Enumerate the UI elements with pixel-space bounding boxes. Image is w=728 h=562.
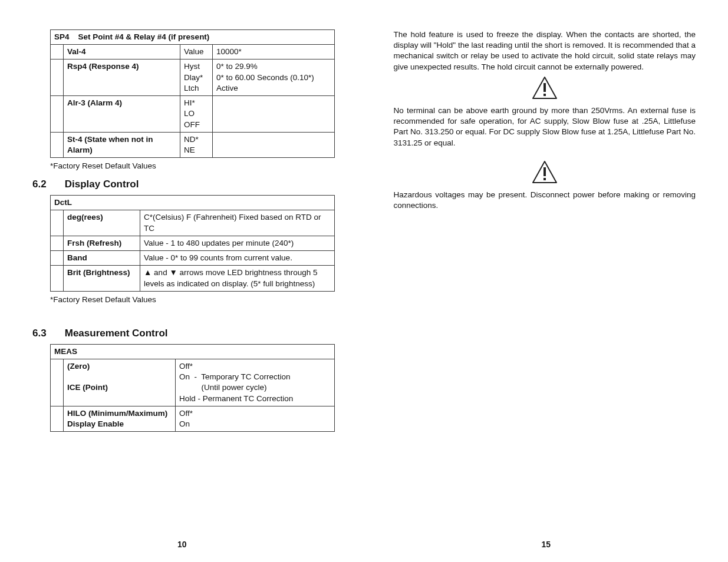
dctl-r2-val: Value - 1 to 480 updates per minute (240… (140, 236, 335, 250)
dctl-header: DctL (51, 196, 335, 210)
page-15: The hold feature is used to freeze the d… (364, 0, 729, 562)
svg-rect-4 (543, 167, 546, 176)
warning-icon (532, 76, 558, 100)
note-defaults-2: *Factory Reset Default Values (50, 295, 335, 304)
page-spread: SP4 Set Point #4 & Relay #4 (if present)… (0, 0, 728, 562)
meas-r1-label: (Zero) ICE (Point) (64, 359, 176, 406)
meas-header: MEAS (51, 344, 335, 359)
sp4-r3-val (213, 96, 335, 133)
sp4-r3-mid: HI* LO OFF (180, 96, 213, 133)
indent-cell (51, 359, 64, 406)
note-defaults-1: *Factory Reset Default Values (50, 161, 335, 170)
sp4-r4-label: St-4 (State when not in Alarm) (64, 132, 180, 157)
indent-cell (51, 45, 64, 59)
page-number: 15 (541, 540, 551, 549)
dctl-r2-label: Frsh (Refresh) (64, 236, 140, 250)
dctl-r3-label: Band (64, 251, 140, 266)
sec-title: Measurement Control (65, 328, 168, 339)
table-dctl: DctL deg(rees) C*(Celsius) F (Fahrenheit… (50, 195, 335, 292)
sp4-header: SP4 Set Point #4 & Relay #4 (if present) (51, 30, 335, 45)
dctl-r3-val: Value - 0* to 99 counts from current val… (140, 251, 335, 266)
terminal-fuse-text: No terminal can be above earth ground by… (394, 105, 696, 148)
indent-cell (51, 132, 64, 157)
section-6-2-heading: 6.2 Display Control (32, 178, 335, 190)
dctl-r4-label: Brit (Brightness) (64, 266, 140, 291)
sp4-code: SP4 (54, 32, 70, 41)
indent-cell (51, 266, 64, 291)
section-6-3-heading: 6.3 Measurement Control (32, 328, 335, 339)
indent-cell (51, 251, 64, 266)
sp4-r1-val: 10000* (213, 45, 335, 59)
indent-cell (51, 236, 64, 250)
sp4-r1-mid: Value (180, 45, 213, 59)
table-meas: MEAS (Zero) ICE (Point) Off* On - Tempor… (50, 344, 335, 432)
dctl-r4-val: ▲ and ▼ arrows move LED brightness throu… (140, 266, 335, 291)
sp4-r1-label: Val-4 (64, 45, 180, 59)
sec-num: 6.2 (32, 178, 62, 190)
page-number: 10 (177, 540, 187, 549)
sp4-r3-label: Alr-3 (Alarm 4) (64, 96, 180, 133)
indent-cell (51, 59, 64, 96)
dctl-r1-val: C*(Celsius) F (Fahrenheit) Fixed based o… (140, 210, 335, 236)
svg-rect-5 (543, 178, 546, 180)
hazardous-voltage-text: Hazardous voltages may be present. Disco… (394, 190, 696, 211)
table-sp4: SP4 Set Point #4 & Relay #4 (if present)… (50, 29, 335, 158)
indent-cell (51, 406, 64, 431)
indent-cell (51, 96, 64, 133)
meas-r1-val: Off* On - Temporary TC Correction (Until… (176, 359, 335, 406)
svg-rect-2 (543, 94, 546, 96)
sec-title: Display Control (65, 178, 139, 190)
svg-rect-1 (543, 83, 546, 92)
hold-feature-text: The hold feature is used to freeze the d… (394, 29, 696, 72)
sp4-title: Set Point #4 & Relay #4 (if present) (78, 32, 210, 41)
sp4-r4-val (213, 132, 335, 157)
page-10: SP4 Set Point #4 & Relay #4 (if present)… (0, 0, 364, 562)
dctl-r1-label: deg(rees) (64, 210, 140, 236)
warning-icon (532, 160, 558, 184)
sp4-r4-mid: ND* NE (180, 132, 213, 157)
sp4-r2-label: Rsp4 (Response 4) (64, 59, 180, 96)
indent-cell (51, 210, 64, 236)
meas-r2-label: HILO (Minimum/Maximum) Display Enable (64, 406, 176, 431)
sec-num: 6.3 (32, 328, 62, 339)
sp4-r2-val: 0* to 29.9% 0* to 60.00 Seconds (0.10*) … (213, 59, 335, 96)
meas-r2-val: Off* On (176, 406, 335, 431)
sp4-r2-mid: Hyst Dlay* Ltch (180, 59, 213, 96)
